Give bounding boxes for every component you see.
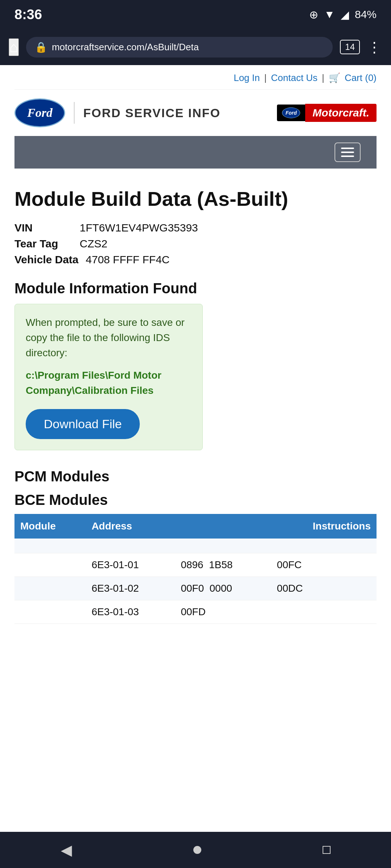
back-button[interactable]: ◀ (61, 842, 72, 858)
bce-modules-section: BCE Modules Module Address Instructions … (14, 492, 377, 624)
vehicle-data-row: Vehicle Data 4708 FFFF FF4C (14, 254, 377, 266)
table-cell-module (14, 600, 86, 624)
status-bar: 8:36 ⊕ ▼ ◢ 84% (0, 0, 391, 29)
table-cell-address: 6E3-01-02 (86, 576, 175, 600)
table-header-empty (175, 514, 271, 539)
vehicle-data-label: Vehicle Data (14, 254, 79, 266)
vin-value: 1FT6W1EV4PWG35393 (80, 222, 198, 234)
hamburger-line-3 (341, 156, 354, 157)
pcm-modules-section: PCM Modules (14, 468, 377, 485)
tab-count[interactable]: 14 (340, 40, 360, 54)
bce-modules-table: Module Address Instructions 6E3-01-01 08… (14, 514, 377, 624)
module-info-text: When prompted, be sure to save or copy t… (26, 315, 192, 361)
module-info-box: When prompted, be sure to save or copy t… (14, 304, 203, 450)
url-bar[interactable]: 🔒 motorcraftservice.com/AsBuilt/Deta (26, 37, 333, 58)
vehicle-data-value: 4708 FFFF FF4C (86, 254, 170, 266)
hamburger-line-2 (341, 152, 354, 153)
tear-tag-value: CZS2 (80, 238, 108, 250)
ford-badge-oval-text: Ford (286, 110, 297, 116)
table-header-row: Module Address Instructions (14, 514, 377, 539)
vin-row: VIN 1FT6W1EV4PWG35393 (14, 222, 377, 234)
page-title: Module Build Data (As-Built) (14, 187, 377, 211)
top-nav: Log In | Contact Us | 🛒 Cart (0) (14, 72, 377, 90)
logo-area: Ford FORD SERVICE INFO Ford Motorcraft. (14, 90, 377, 136)
table-cell-col3: 00F0 0000 (175, 576, 271, 600)
wifi-icon: ▼ (324, 8, 335, 21)
ford-badge-oval: Ford (282, 107, 300, 118)
recents-button[interactable] (323, 846, 331, 854)
tear-tag-row: Tear Tag CZS2 (14, 238, 377, 250)
table-cell-module (14, 576, 86, 600)
table-row: 6E3-01-01 0896 1B58 00FC (14, 553, 377, 576)
bottom-nav: ◀ (0, 832, 391, 868)
browser-bar: ⌂ 🔒 motorcraftservice.com/AsBuilt/Deta 1… (0, 29, 391, 65)
table-cell-module (14, 553, 86, 576)
hamburger-menu-button[interactable] (335, 142, 361, 162)
signal-icon: ◢ (341, 8, 349, 21)
pcm-modules-title: PCM Modules (14, 468, 377, 485)
vehicle-info: VIN 1FT6W1EV4PWG35393 Tear Tag CZS2 Vehi… (14, 222, 377, 266)
nfc-icon: ⊕ (309, 8, 318, 21)
table-cell-address: 6E3-01-01 (86, 553, 175, 576)
motorcraft-badge: Ford Motorcraft. (277, 104, 377, 122)
url-text: motorcraftservice.com/AsBuilt/Deta (52, 42, 324, 53)
nav-bar (14, 136, 377, 169)
table-row: 6E3-01-02 00F0 0000 00DC (14, 576, 377, 600)
cart-link[interactable]: Cart (0) (345, 72, 377, 84)
table-header-instructions: Instructions (271, 514, 377, 539)
vin-label: VIN (14, 222, 72, 234)
bce-modules-title: BCE Modules (14, 492, 377, 508)
tear-tag-label: Tear Tag (14, 238, 72, 250)
nav-separator-1: | (264, 72, 267, 84)
module-info-path: c:\Program Files\Ford Motor Company\Cali… (26, 368, 192, 398)
table-cell-col3: 00FD (175, 600, 271, 624)
cart-icon: 🛒 (329, 72, 340, 84)
table-cell-instructions: 00FC (271, 553, 377, 576)
lock-icon: 🔒 (35, 41, 47, 53)
browser-menu-button[interactable]: ⋮ (367, 39, 382, 55)
home-button[interactable]: ⌂ (9, 38, 19, 56)
table-subheader-row (14, 539, 377, 553)
download-file-button[interactable]: Download File (26, 409, 140, 439)
nav-separator-2: | (322, 72, 324, 84)
ford-oval-logo: Ford (14, 98, 65, 127)
status-time: 8:36 (14, 7, 42, 22)
table-subheader-cell (14, 539, 377, 553)
logo-divider (74, 102, 75, 124)
table-cell-instructions (271, 600, 377, 624)
table-row: 6E3-01-03 00FD (14, 600, 377, 624)
table-header-address: Address (86, 514, 175, 539)
ford-oval-text: Ford (27, 106, 52, 120)
table-cell-address: 6E3-01-03 (86, 600, 175, 624)
ford-service-text: FORD SERVICE INFO (83, 106, 220, 120)
table-cell-instructions: 00DC (271, 576, 377, 600)
home-nav-button[interactable] (193, 846, 201, 854)
ford-logo-container: Ford FORD SERVICE INFO (14, 98, 220, 127)
status-icons: ⊕ ▼ ◢ 84% (309, 8, 377, 21)
table-header-module: Module (14, 514, 86, 539)
table-cell-col3: 0896 1B58 (175, 553, 271, 576)
ford-badge-small: Ford (277, 105, 305, 121)
hamburger-line-1 (341, 148, 354, 149)
motorcraft-text: Motorcraft. (305, 104, 377, 122)
site-header: Log In | Contact Us | 🛒 Cart (0) Ford FO… (0, 65, 391, 169)
contact-us-link[interactable]: Contact Us (271, 72, 318, 84)
module-info-section-title: Module Information Found (14, 280, 377, 297)
login-link[interactable]: Log In (234, 72, 260, 84)
page-content: Module Build Data (As-Built) VIN 1FT6W1E… (0, 169, 391, 649)
battery-indicator: 84% (355, 8, 377, 21)
